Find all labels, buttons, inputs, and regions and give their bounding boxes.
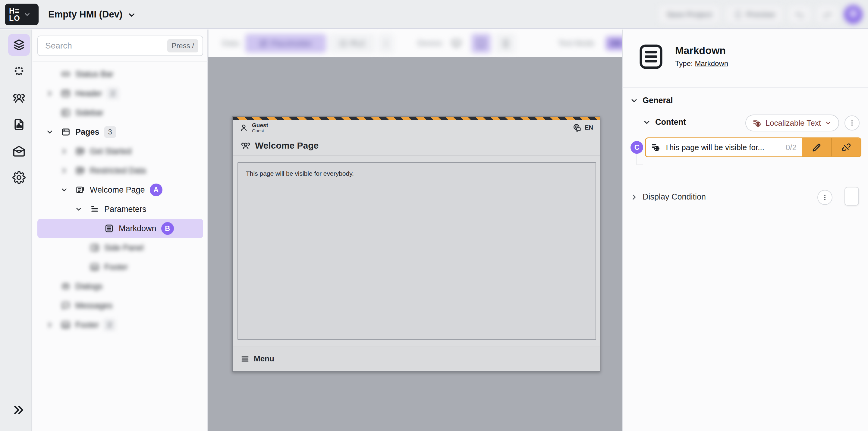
- save-project-button[interactable]: Save Project: [658, 6, 720, 23]
- content-type-dropdown[interactable]: Localizable Text: [745, 115, 839, 131]
- kebab-menu-icon: [821, 194, 829, 201]
- device-tablet-button[interactable]: [471, 34, 491, 53]
- chevron-right-icon: [630, 193, 638, 201]
- monitor-icon: [451, 38, 461, 49]
- content-field-row: C This page will be visible for... 0/2: [630, 137, 861, 157]
- content-options-button[interactable]: [844, 116, 860, 130]
- search-placeholder: Search: [45, 41, 167, 51]
- unlink-content-button[interactable]: [831, 138, 861, 156]
- data-source-plc-option[interactable]: PLC: [330, 34, 375, 53]
- localizable-text-field: This page will be visible for... 0/2: [645, 137, 861, 157]
- preview-user-name: Guest: [252, 122, 268, 128]
- data-source-placeholder-option[interactable]: Placeholder: [245, 34, 326, 53]
- tree-item-footer-inner[interactable]: Footer: [37, 257, 203, 277]
- device-phone-button[interactable]: [496, 34, 516, 53]
- search-input[interactable]: Search Press /: [37, 36, 203, 56]
- dialogs-icon: [61, 281, 75, 291]
- device-label: Device:: [417, 38, 444, 48]
- plc-icon: [339, 39, 347, 48]
- rail-item-messages[interactable]: [8, 140, 30, 162]
- tree-item-pages[interactable]: Pages 3: [37, 122, 203, 142]
- users-icon: [12, 91, 26, 105]
- search-shortcut-hint: Press /: [167, 39, 198, 53]
- count-badge: 2: [104, 319, 116, 331]
- hmi-preview-window[interactable]: Guest Guest EN Welcome Page This page wi…: [232, 116, 600, 372]
- preview-menu-bar[interactable]: Menu: [233, 347, 600, 370]
- edit-content-button[interactable]: [802, 138, 831, 156]
- markdown-icon: [104, 224, 119, 233]
- general-section-header[interactable]: General: [630, 96, 673, 105]
- assets-icon: [12, 118, 26, 131]
- tree-item-parameters[interactable]: Parameters: [37, 199, 203, 219]
- display-condition-options-button[interactable]: [817, 190, 832, 205]
- content-text-input[interactable]: This page will be visible for... 0/2: [646, 138, 802, 156]
- type-label: Type:: [675, 59, 693, 67]
- preview-markdown-content: This page will be visible for everybody.: [238, 162, 596, 340]
- reference-badge-a: A: [150, 184, 162, 196]
- phone-icon: [501, 39, 510, 48]
- tablet-icon: [476, 38, 486, 49]
- display-condition-header[interactable]: Display Condition: [630, 192, 706, 202]
- chevron-right-icon: [46, 90, 61, 97]
- project-title: Empty HMI (Dev): [48, 9, 122, 20]
- tree-item-header[interactable]: Header 2: [37, 84, 203, 103]
- rail-item-layers[interactable]: [8, 34, 30, 56]
- pencil-icon: [812, 142, 822, 153]
- preview-menu-label: Menu: [254, 354, 274, 364]
- redo-button[interactable]: [816, 6, 838, 23]
- device-desktop-button[interactable]: [447, 34, 466, 53]
- translation-counter: 0/2: [786, 143, 797, 152]
- tree-item-markdown[interactable]: Markdown B: [37, 219, 203, 238]
- tree-item-messages[interactable]: Messages: [37, 296, 203, 315]
- toolbar-more-button[interactable]: [378, 34, 394, 53]
- tree-item-status-bar[interactable]: Status Bar: [37, 64, 203, 84]
- hazard-stripe: [233, 117, 600, 120]
- divider: [33, 61, 208, 62]
- display-condition-checkbox[interactable]: [844, 187, 859, 206]
- chevron-down-icon[interactable]: [46, 128, 61, 136]
- person-icon: [239, 123, 248, 132]
- preview-label: Preview: [746, 10, 775, 19]
- expand-panel-button[interactable]: [8, 401, 30, 419]
- rail-item-components[interactable]: [8, 61, 30, 82]
- double-chevron-right-icon: [12, 403, 26, 417]
- tree-item-side-panel[interactable]: Side Panel: [37, 238, 203, 257]
- tree-item-footer[interactable]: Footer 2: [37, 315, 203, 335]
- layers-icon: [12, 38, 26, 52]
- chevron-down-icon: [643, 118, 651, 127]
- page-icon: [75, 166, 90, 176]
- navigation-rail: [0, 30, 32, 431]
- kebab-menu-icon: [383, 40, 390, 47]
- preview-button[interactable]: Preview: [725, 6, 783, 23]
- kebab-menu-icon: [848, 119, 856, 127]
- chevron-down-icon[interactable]: [60, 186, 75, 194]
- preview-language-switcher[interactable]: EN: [572, 123, 593, 133]
- preview-page-header: Welcome Page: [233, 135, 600, 156]
- tree-item-restricted-data[interactable]: Restricted Data: [37, 161, 203, 180]
- undo-button[interactable]: [788, 6, 811, 23]
- tree-item-welcome-page[interactable]: Welcome Page A: [37, 180, 203, 199]
- chevron-down-icon: [825, 119, 832, 127]
- chevron-down-icon[interactable]: [75, 205, 90, 213]
- type-link[interactable]: Markdown: [695, 59, 728, 67]
- save-project-label: Save Project: [667, 10, 712, 19]
- count-badge: 3: [104, 126, 116, 138]
- unlink-icon: [841, 142, 851, 153]
- app-logo-menu[interactable]: H≡LO: [5, 4, 38, 25]
- globe-language-icon: [572, 123, 582, 133]
- tree-item-sidebar[interactable]: Sidebar: [37, 103, 203, 122]
- hamburger-menu-icon: [241, 355, 250, 364]
- user-avatar[interactable]: [844, 5, 863, 24]
- content-section-header[interactable]: Content: [643, 118, 686, 127]
- rail-item-settings[interactable]: [8, 167, 30, 188]
- project-switcher[interactable]: Empty HMI (Dev): [48, 0, 136, 29]
- binding-badge-c: C: [630, 141, 643, 154]
- tree-item-get-started[interactable]: Get Started: [37, 142, 203, 161]
- rail-item-users[interactable]: [8, 87, 30, 109]
- divider: [623, 183, 868, 183]
- sidebar-icon: [61, 108, 75, 118]
- tree-item-dialogs[interactable]: Dialogs: [37, 277, 203, 296]
- markdown-icon: [637, 42, 665, 71]
- parameters-icon: [90, 204, 104, 214]
- rail-item-assets[interactable]: [8, 114, 30, 135]
